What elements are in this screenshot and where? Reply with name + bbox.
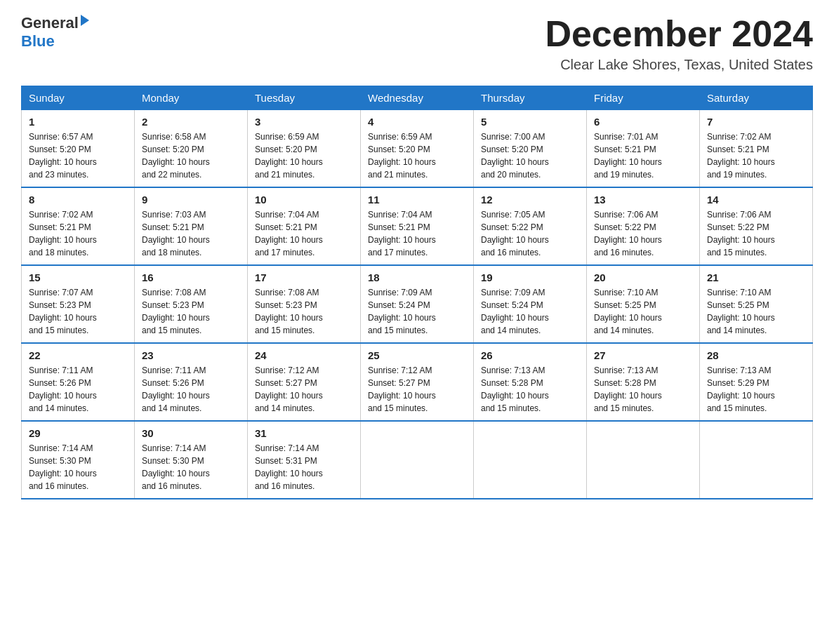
day-info: Sunrise: 7:06 AMSunset: 5:22 PMDaylight:…: [594, 208, 692, 259]
weekday-header-wednesday: Wednesday: [361, 86, 474, 110]
day-number: 30: [142, 427, 240, 439]
day-info: Sunrise: 7:02 AMSunset: 5:21 PMDaylight:…: [707, 130, 805, 181]
day-info: Sunrise: 7:11 AMSunset: 5:26 PMDaylight:…: [142, 364, 240, 415]
day-number: 10: [255, 194, 353, 206]
calendar-cell: 2Sunrise: 6:58 AMSunset: 5:20 PMDaylight…: [135, 110, 248, 188]
month-title: December 2024: [545, 14, 813, 54]
day-info: Sunrise: 7:12 AMSunset: 5:27 PMDaylight:…: [255, 364, 353, 415]
calendar-cell: 1Sunrise: 6:57 AMSunset: 5:20 PMDaylight…: [22, 110, 135, 188]
calendar-cell: [700, 421, 813, 499]
calendar-cell: [361, 421, 474, 499]
day-info: Sunrise: 7:14 AMSunset: 5:30 PMDaylight:…: [29, 442, 127, 492]
calendar-cell: 10Sunrise: 7:04 AMSunset: 5:21 PMDayligh…: [248, 187, 361, 265]
calendar-cell: 24Sunrise: 7:12 AMSunset: 5:27 PMDayligh…: [248, 343, 361, 421]
calendar-cell: 27Sunrise: 7:13 AMSunset: 5:28 PMDayligh…: [587, 343, 700, 421]
day-info: Sunrise: 7:14 AMSunset: 5:31 PMDaylight:…: [255, 442, 353, 492]
calendar-week-row: 22Sunrise: 7:11 AMSunset: 5:26 PMDayligh…: [22, 343, 813, 421]
calendar-cell: 15Sunrise: 7:07 AMSunset: 5:23 PMDayligh…: [22, 265, 135, 343]
day-info: Sunrise: 7:12 AMSunset: 5:27 PMDaylight:…: [368, 364, 466, 415]
calendar-cell: 6Sunrise: 7:01 AMSunset: 5:21 PMDaylight…: [587, 110, 700, 188]
day-info: Sunrise: 7:11 AMSunset: 5:26 PMDaylight:…: [29, 364, 127, 415]
day-info: Sunrise: 7:13 AMSunset: 5:28 PMDaylight:…: [481, 364, 579, 415]
day-info: Sunrise: 7:13 AMSunset: 5:28 PMDaylight:…: [594, 364, 692, 415]
calendar-cell: 20Sunrise: 7:10 AMSunset: 5:25 PMDayligh…: [587, 265, 700, 343]
day-info: Sunrise: 7:07 AMSunset: 5:23 PMDaylight:…: [29, 286, 127, 337]
calendar-cell: 18Sunrise: 7:09 AMSunset: 5:24 PMDayligh…: [361, 265, 474, 343]
calendar-cell: 28Sunrise: 7:13 AMSunset: 5:29 PMDayligh…: [700, 343, 813, 421]
day-number: 21: [707, 271, 805, 283]
day-number: 8: [29, 194, 127, 206]
calendar-cell: 14Sunrise: 7:06 AMSunset: 5:22 PMDayligh…: [700, 187, 813, 265]
day-number: 14: [707, 194, 805, 206]
calendar-cell: 16Sunrise: 7:08 AMSunset: 5:23 PMDayligh…: [135, 265, 248, 343]
day-number: 3: [255, 116, 353, 128]
calendar-cell: 25Sunrise: 7:12 AMSunset: 5:27 PMDayligh…: [361, 343, 474, 421]
calendar-cell: [474, 421, 587, 499]
location-title: Clear Lake Shores, Texas, United States: [545, 57, 813, 73]
calendar-week-row: 1Sunrise: 6:57 AMSunset: 5:20 PMDaylight…: [22, 110, 813, 188]
day-number: 25: [368, 349, 466, 361]
day-number: 2: [142, 116, 240, 128]
day-info: Sunrise: 7:04 AMSunset: 5:21 PMDaylight:…: [368, 208, 466, 259]
calendar-cell: [587, 421, 700, 499]
weekday-header-tuesday: Tuesday: [248, 86, 361, 110]
calendar-cell: 29Sunrise: 7:14 AMSunset: 5:30 PMDayligh…: [22, 421, 135, 499]
calendar-header-row: SundayMondayTuesdayWednesdayThursdayFrid…: [22, 86, 813, 110]
day-info: Sunrise: 7:06 AMSunset: 5:22 PMDaylight:…: [707, 208, 805, 259]
day-number: 15: [29, 271, 127, 283]
day-number: 29: [29, 427, 127, 439]
day-info: Sunrise: 6:59 AMSunset: 5:20 PMDaylight:…: [255, 130, 353, 181]
day-info: Sunrise: 7:08 AMSunset: 5:23 PMDaylight:…: [142, 286, 240, 337]
day-number: 31: [255, 427, 353, 439]
day-info: Sunrise: 7:03 AMSunset: 5:21 PMDaylight:…: [142, 208, 240, 259]
calendar-cell: 17Sunrise: 7:08 AMSunset: 5:23 PMDayligh…: [248, 265, 361, 343]
day-number: 4: [368, 116, 466, 128]
calendar-cell: 13Sunrise: 7:06 AMSunset: 5:22 PMDayligh…: [587, 187, 700, 265]
calendar-cell: 3Sunrise: 6:59 AMSunset: 5:20 PMDaylight…: [248, 110, 361, 188]
weekday-header-monday: Monday: [135, 86, 248, 110]
calendar-week-row: 15Sunrise: 7:07 AMSunset: 5:23 PMDayligh…: [22, 265, 813, 343]
day-info: Sunrise: 7:02 AMSunset: 5:21 PMDaylight:…: [29, 208, 127, 259]
weekday-header-saturday: Saturday: [700, 86, 813, 110]
day-number: 26: [481, 349, 579, 361]
logo-general-text: General: [21, 14, 79, 32]
day-info: Sunrise: 6:59 AMSunset: 5:20 PMDaylight:…: [368, 130, 466, 181]
title-block: December 2024 Clear Lake Shores, Texas, …: [545, 14, 813, 73]
day-number: 16: [142, 271, 240, 283]
weekday-header-friday: Friday: [587, 86, 700, 110]
day-info: Sunrise: 7:09 AMSunset: 5:24 PMDaylight:…: [481, 286, 579, 337]
calendar-cell: 30Sunrise: 7:14 AMSunset: 5:30 PMDayligh…: [135, 421, 248, 499]
day-info: Sunrise: 7:00 AMSunset: 5:20 PMDaylight:…: [481, 130, 579, 181]
day-info: Sunrise: 7:13 AMSunset: 5:29 PMDaylight:…: [707, 364, 805, 415]
calendar-week-row: 29Sunrise: 7:14 AMSunset: 5:30 PMDayligh…: [22, 421, 813, 499]
logo-blue-text: Blue: [21, 32, 55, 51]
day-info: Sunrise: 7:04 AMSunset: 5:21 PMDaylight:…: [255, 208, 353, 259]
day-number: 1: [29, 116, 127, 128]
calendar-cell: 7Sunrise: 7:02 AMSunset: 5:21 PMDaylight…: [700, 110, 813, 188]
day-number: 12: [481, 194, 579, 206]
day-number: 11: [368, 194, 466, 206]
day-number: 7: [707, 116, 805, 128]
day-info: Sunrise: 7:09 AMSunset: 5:24 PMDaylight:…: [368, 286, 466, 337]
day-number: 20: [594, 271, 692, 283]
weekday-header-thursday: Thursday: [474, 86, 587, 110]
day-info: Sunrise: 6:58 AMSunset: 5:20 PMDaylight:…: [142, 130, 240, 181]
day-number: 13: [594, 194, 692, 206]
calendar-week-row: 8Sunrise: 7:02 AMSunset: 5:21 PMDaylight…: [22, 187, 813, 265]
day-number: 28: [707, 349, 805, 361]
calendar-cell: 5Sunrise: 7:00 AMSunset: 5:20 PMDaylight…: [474, 110, 587, 188]
day-info: Sunrise: 7:08 AMSunset: 5:23 PMDaylight:…: [255, 286, 353, 337]
day-number: 5: [481, 116, 579, 128]
calendar-body: 1Sunrise: 6:57 AMSunset: 5:20 PMDaylight…: [22, 110, 813, 499]
logo[interactable]: General Blue: [21, 14, 89, 51]
day-info: Sunrise: 7:05 AMSunset: 5:22 PMDaylight:…: [481, 208, 579, 259]
page-header: General Blue December 2024 Clear Lake Sh…: [21, 14, 813, 73]
day-number: 27: [594, 349, 692, 361]
day-number: 17: [255, 271, 353, 283]
logo-arrow-icon: [81, 15, 89, 26]
calendar-table: SundayMondayTuesdayWednesdayThursdayFrid…: [21, 86, 813, 499]
calendar-cell: 11Sunrise: 7:04 AMSunset: 5:21 PMDayligh…: [361, 187, 474, 265]
day-info: Sunrise: 7:10 AMSunset: 5:25 PMDaylight:…: [594, 286, 692, 337]
calendar-cell: 21Sunrise: 7:10 AMSunset: 5:25 PMDayligh…: [700, 265, 813, 343]
day-info: Sunrise: 6:57 AMSunset: 5:20 PMDaylight:…: [29, 130, 127, 181]
